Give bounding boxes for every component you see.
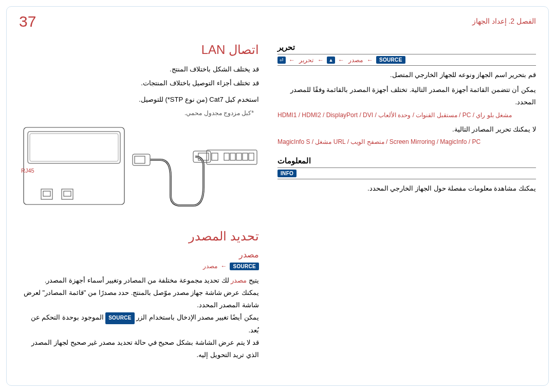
column-right: اتصال LAN قد يختلف الشكل باختلاف المنتج.…: [19, 43, 259, 361]
edit-p2: يمكن أن تتضمن القائمة أجهزة المصدر التال…: [278, 84, 536, 109]
source-tag3: SOURCE: [376, 56, 405, 64]
lan-diagram: RJ45: [19, 125, 259, 215]
svg-rect-0: [24, 127, 124, 204]
arrow-icon: ←: [289, 57, 295, 64]
edit-srclist2: MagicInfo S / مشغل URL / متصفح الويب / S…: [278, 137, 536, 148]
p1c: لك تحديد مجموعة مختلفة من المصادر وتغيير…: [45, 276, 231, 284]
arrow-icon: ←: [367, 57, 373, 64]
p3a: يمكن أيضًا تغيير مصدر الإدخال باستخدام ا…: [135, 313, 259, 321]
rj45-label: RJ45: [21, 167, 34, 174]
enter-icon: ⏎: [278, 57, 286, 64]
svg-rect-6: [64, 191, 71, 196]
source-tag2: SOURCE: [105, 312, 135, 324]
svg-rect-4: [43, 191, 50, 196]
source-path: SOURCE ← مصدر: [19, 263, 259, 270]
lan-line1: قد يختلف الشكل باختلاف المنتج.: [19, 63, 259, 76]
source-heading: تحديد المصدر: [19, 229, 259, 244]
svg-rect-12: [212, 153, 218, 160]
info-tag: INFO: [278, 170, 297, 177]
arrow-icon: ←: [338, 57, 344, 64]
edit-srclist1: HDMI1 / HDMI2 / DisplayPort / DVI / مستق…: [278, 110, 536, 121]
arrow-icon: ←: [318, 57, 324, 64]
edit-heading: تحرير: [278, 43, 536, 52]
arrow-icon: ←: [220, 263, 227, 270]
svg-rect-2: [30, 134, 118, 161]
info-path: INFO: [278, 167, 536, 179]
svg-rect-13: [224, 153, 229, 160]
svg-rect-14: [230, 153, 235, 160]
source-p3: يمكن أيضًا تغيير مصدر الإدخال باستخدام ا…: [19, 311, 259, 337]
up-icon: ▲: [327, 57, 335, 64]
info-heading: المعلومات: [278, 156, 536, 165]
svg-rect-1: [28, 132, 120, 163]
column-left: تحرير SOURCE ← مصدر ← ▲ ← تحرير ← ⏎ قم ب…: [278, 43, 536, 361]
svg-rect-17: [249, 153, 254, 160]
svg-rect-15: [236, 153, 242, 160]
page-frame: 37 الفصل 2. إعداد الجهاز اتصال LAN قد يخ…: [6, 6, 549, 386]
source-section: تحديد المصدر مصدر SOURCE ← مصدر يتيح مصد…: [19, 229, 259, 361]
edit-path-tahrir: تحرير: [299, 57, 313, 64]
lan-heading: اتصال LAN: [19, 43, 259, 57]
source-sub: مصدر: [19, 250, 259, 259]
edit-p3: لا يمكنك تحرير المصادر التالية.: [278, 123, 536, 136]
source-p2: يمكنك عرض شاشة جهاز مصدر موّصل بالمنتج. …: [19, 287, 259, 311]
edit-path-masdar: مصدر: [348, 57, 363, 64]
lan-line2: قد تختلف أجزاء التوصيل باختلاف المنتجات.: [19, 77, 259, 90]
source-tag: SOURCE: [230, 263, 259, 270]
source-p1: يتيح مصدر لك تحديد مجموعة مختلفة من المص…: [19, 274, 259, 287]
svg-rect-5: [62, 189, 73, 199]
svg-rect-3: [41, 189, 52, 199]
svg-rect-11: [207, 150, 257, 164]
svg-rect-16: [243, 153, 248, 160]
lan-svg: [23, 125, 259, 213]
page-header: 37 الفصل 2. إعداد الجهاز: [19, 13, 536, 30]
lan-line3a: استخدم كبل Cat7 (من نوع STP*) للتوصيل.: [19, 94, 259, 106]
svg-rect-7: [133, 154, 150, 165]
p1a: يتيح: [247, 276, 259, 284]
chapter-label: الفصل 2. إعداد الجهاز: [472, 17, 536, 25]
columns: اتصال LAN قد يختلف الشكل باختلاف المنتج.…: [19, 43, 536, 361]
path-masdar: مصدر: [203, 263, 217, 270]
p1b: مصدر: [231, 276, 247, 284]
lan-line3b: *كبل مزدوج مجدول محمي.: [19, 107, 259, 119]
page-number: 37: [19, 13, 36, 30]
source-p4: قد لا يتم عرض الشاشة بشكل صحيح في حالة ت…: [19, 337, 259, 361]
info-p1: يمكنك مشاهدة معلومات مفصلة حول الجهاز ال…: [278, 182, 536, 195]
edit-p1: قم بتحرير اسم الجهاز ونوعه للجهاز الخارج…: [278, 69, 536, 82]
edit-path: SOURCE ← مصدر ← ▲ ← تحرير ← ⏎: [278, 54, 536, 66]
